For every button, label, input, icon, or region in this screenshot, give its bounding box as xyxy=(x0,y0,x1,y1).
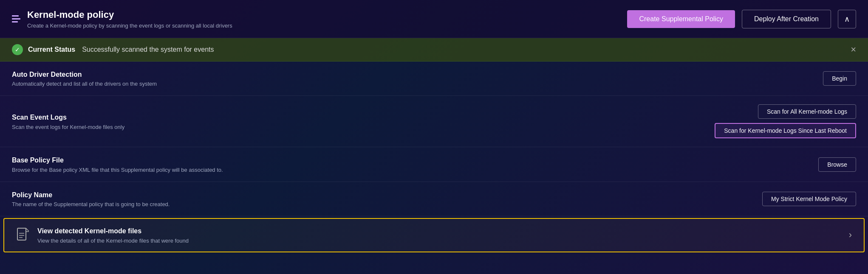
auto-driver-title: Auto Driver Detection xyxy=(12,70,157,79)
status-close-button[interactable]: × xyxy=(851,45,856,54)
scan-all-kernel-logs-button[interactable]: Scan for All Kernel-mode Logs xyxy=(758,104,856,119)
header-text-group: Kernel-mode policy Create a Kernel-mode … xyxy=(27,9,232,29)
policy-name-text: Policy Name The name of the Supplemental… xyxy=(12,190,170,207)
view-detected-row[interactable]: View detected Kernel-mode files View the… xyxy=(3,218,865,252)
header-left: Kernel-mode policy Create a Kernel-mode … xyxy=(12,9,232,29)
policy-name-actions: My Strict Kernel Mode Policy xyxy=(762,192,856,206)
status-success-icon: ✓ xyxy=(12,44,23,55)
status-message: Successfully scanned the system for even… xyxy=(82,46,214,53)
scan-event-logs-subtitle: Scan the event logs for Kernel-mode file… xyxy=(12,124,124,130)
auto-driver-row: Auto Driver Detection Automatically dete… xyxy=(0,62,868,96)
begin-button[interactable]: Begin xyxy=(823,71,856,86)
detected-title: View detected Kernel-mode files xyxy=(37,226,189,236)
auto-driver-subtitle: Automatically detect and list all of the… xyxy=(12,81,157,87)
svg-rect-0 xyxy=(17,228,26,240)
header-actions: Create Supplemental Policy Deploy After … xyxy=(627,10,856,28)
base-policy-file-actions: Browse xyxy=(818,157,856,172)
base-policy-file-text: Base Policy File Browse for the Base pol… xyxy=(12,156,223,173)
scan-event-logs-title: Scan Event Logs xyxy=(12,113,124,122)
menu-icon xyxy=(12,15,20,22)
scan-since-last-reboot-button[interactable]: Scan for Kernel-mode Logs Since Last Reb… xyxy=(715,123,856,138)
policy-name-subtitle: The name of the Supplemental policy that… xyxy=(12,201,170,207)
detected-left: View detected Kernel-mode files View the… xyxy=(16,226,189,243)
base-policy-file-subtitle: Browse for the Base policy XML file that… xyxy=(12,167,223,173)
status-bar: ✓ Current Status Successfully scanned th… xyxy=(0,38,868,62)
policy-name-button[interactable]: My Strict Kernel Mode Policy xyxy=(762,192,856,206)
base-policy-file-row: Base Policy File Browse for the Base pol… xyxy=(0,147,868,182)
content-area: Auto Driver Detection Automatically dete… xyxy=(0,62,868,252)
auto-driver-actions: Begin xyxy=(823,71,856,86)
scan-event-logs-text: Scan Event Logs Scan the event logs for … xyxy=(12,113,124,130)
scan-event-logs-row: Scan Event Logs Scan the event logs for … xyxy=(0,96,868,147)
scan-event-logs-actions: Scan for All Kernel-mode Logs Scan for K… xyxy=(715,104,856,138)
create-supplemental-button[interactable]: Create Supplemental Policy xyxy=(627,10,735,28)
page-header: Kernel-mode policy Create a Kernel-mode … xyxy=(0,0,868,38)
browse-button[interactable]: Browse xyxy=(818,157,856,172)
detected-text: View detected Kernel-mode files View the… xyxy=(37,226,189,243)
collapse-button[interactable]: ∧ xyxy=(838,10,856,28)
document-icon xyxy=(16,227,30,243)
deploy-after-creation-button[interactable]: Deploy After Creation xyxy=(742,10,831,28)
status-label: Current Status xyxy=(28,46,75,53)
base-policy-file-title: Base Policy File xyxy=(12,156,223,165)
auto-driver-text: Auto Driver Detection Automatically dete… xyxy=(12,70,157,87)
policy-name-title: Policy Name xyxy=(12,190,170,200)
policy-name-row: Policy Name The name of the Supplemental… xyxy=(0,182,868,216)
chevron-right-icon: › xyxy=(849,229,852,240)
detected-subtitle: View the details of all of the Kernel-mo… xyxy=(37,238,189,244)
page-title: Kernel-mode policy xyxy=(27,9,232,21)
page-subtitle: Create a Kernel-mode policy by scanning … xyxy=(27,22,232,29)
status-left: ✓ Current Status Successfully scanned th… xyxy=(12,44,214,55)
